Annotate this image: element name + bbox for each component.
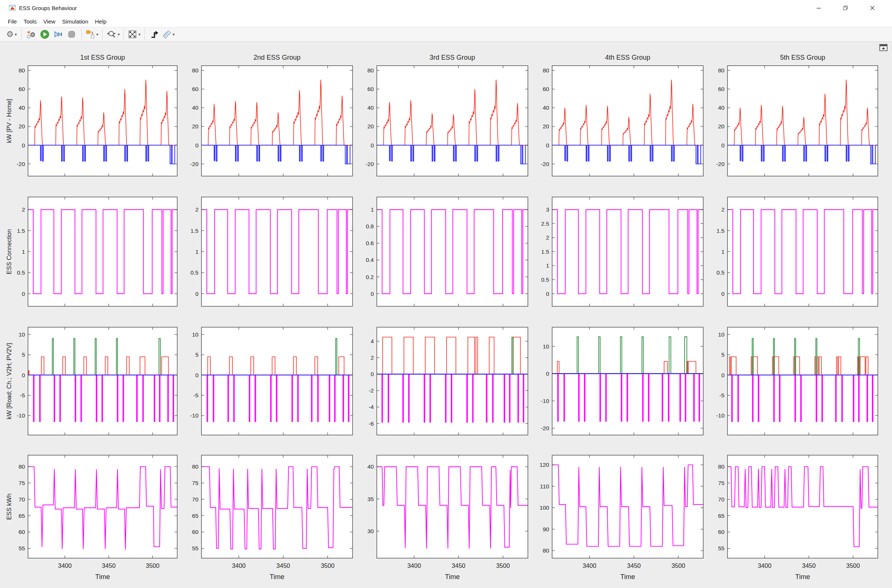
subplot-r2c2: 00.511.52 [178, 182, 353, 309]
subplot-grid: -200204060801st ESS GroupkW [PV - Home]-… [4, 45, 882, 584]
close-button[interactable] [864, 2, 881, 14]
svg-text:20: 20 [543, 123, 550, 129]
menu-item-view[interactable]: View [40, 17, 58, 26]
svg-text:0: 0 [195, 372, 198, 378]
subplot-r4c3: 303540340034503500Time [353, 439, 529, 584]
svg-text:0: 0 [721, 372, 724, 378]
svg-text:0: 0 [370, 291, 374, 297]
svg-text:0.5: 0.5 [541, 276, 549, 283]
svg-text:65: 65 [19, 513, 25, 519]
menu-item-simulation[interactable]: Simulation [58, 17, 91, 26]
svg-text:80: 80 [367, 67, 374, 74]
subplot-r3c2: -10-50510 [178, 309, 353, 439]
step-forward-icon [53, 30, 63, 39]
toolbar-measurements-button[interactable]: ▾ [161, 28, 176, 40]
toolbar-fit-to-view-button[interactable]: ▾ [127, 28, 141, 40]
svg-text:20: 20 [367, 123, 374, 129]
svg-text:110: 110 [540, 483, 549, 489]
toolbar-settings-gear-button[interactable]: ⚙▾ [5, 28, 18, 40]
subplot-title: 3rd ESS Group [429, 54, 475, 61]
svg-text:0.5: 0.5 [190, 269, 198, 276]
svg-text:-20: -20 [190, 161, 199, 167]
toolbar-run-button[interactable] [38, 28, 51, 40]
svg-text:4: 4 [370, 338, 374, 344]
svg-text:-20: -20 [541, 425, 550, 431]
dropdown-caret-icon[interactable]: ▾ [118, 32, 120, 37]
toolbar-zoom-button[interactable]: ▾ [106, 28, 121, 40]
toolbar-trigger-button[interactable] [148, 28, 161, 40]
svg-text:0: 0 [195, 142, 198, 148]
svg-text:60: 60 [19, 529, 25, 535]
dropdown-caret-icon[interactable]: ▾ [96, 32, 99, 37]
run-icon [40, 30, 49, 39]
fit-to-view-icon [127, 30, 137, 39]
x-axis-label: Time [795, 573, 810, 580]
svg-text:10: 10 [543, 343, 550, 350]
svg-text:75: 75 [192, 480, 198, 486]
subplot-r4c4: 8090100110120340034503500Time [529, 439, 704, 584]
svg-text:90: 90 [543, 526, 550, 532]
subplot-title: 1st ESS Group [80, 54, 125, 61]
svg-text:3450: 3450 [627, 562, 641, 569]
svg-text:80: 80 [543, 548, 550, 554]
subplot-r2c3: 00.20.40.60.81 [353, 182, 529, 309]
svg-text:0: 0 [22, 372, 25, 378]
subplot-r2c4: 00.511.522.53 [529, 182, 704, 309]
toolbar-highlight-simulink-block-button[interactable]: ▾ [85, 28, 99, 40]
svg-text:-10: -10 [190, 412, 199, 418]
toolbar-separator [81, 28, 82, 40]
toolbar-step-back-button[interactable]: ⚙ [25, 28, 38, 40]
zoom-icon [106, 30, 117, 39]
y-axis-label: kW [Road; Ch.; V2H; PV2V] [6, 343, 12, 419]
svg-text:3400: 3400 [408, 562, 421, 569]
x-axis-label: Time [95, 573, 110, 580]
dropdown-caret-icon[interactable]: ▾ [15, 32, 17, 37]
dropdown-caret-icon[interactable]: ▾ [138, 32, 141, 37]
subplot-r1c3: -200204060803rd ESS Group [353, 45, 529, 182]
step-back-icon: ⚙ [26, 30, 37, 39]
subplot-r1c4: -200204060804th ESS Group [529, 45, 704, 182]
svg-text:1: 1 [195, 249, 198, 255]
svg-text:20: 20 [192, 123, 199, 129]
svg-text:0: 0 [22, 142, 25, 148]
svg-text:3400: 3400 [58, 562, 72, 569]
x-axis-label: Time [621, 573, 635, 580]
y-axis-label: kW [PV - Home] [6, 99, 12, 143]
restore-button[interactable] [837, 2, 854, 14]
svg-text:⚙: ⚙ [30, 32, 36, 38]
subplot-r3c4: -20-10010 [529, 309, 704, 439]
svg-text:1.5: 1.5 [716, 228, 724, 234]
toolbar-group-1: ⚙▾ [3, 27, 20, 41]
svg-text:5: 5 [721, 351, 724, 358]
svg-text:80: 80 [19, 464, 25, 470]
svg-text:60: 60 [19, 86, 25, 92]
y-axis-label: ESS Connection [6, 229, 12, 274]
toolbar-step-forward-button[interactable] [51, 28, 65, 40]
menu-item-help[interactable]: Help [92, 17, 110, 26]
svg-text:2.5: 2.5 [541, 220, 549, 227]
svg-text:3450: 3450 [452, 562, 466, 569]
svg-text:3400: 3400 [232, 562, 246, 569]
svg-text:60: 60 [367, 86, 374, 92]
menu-item-file[interactable]: File [4, 17, 20, 26]
svg-text:2: 2 [546, 234, 549, 241]
toolbar-group-5: ▾ [125, 27, 143, 41]
svg-text:70: 70 [718, 496, 725, 502]
svg-text:0.4: 0.4 [366, 257, 374, 263]
minimize-button[interactable] [810, 2, 827, 14]
menu-item-tools[interactable]: Tools [20, 17, 40, 26]
svg-text:3500: 3500 [672, 562, 685, 569]
svg-text:80: 80 [192, 67, 199, 74]
subplot-r1c1: -200204060801st ESS GroupkW [PV - Home] [4, 45, 178, 182]
svg-text:70: 70 [19, 496, 25, 502]
subplot-r4c2: 556065707580340034503500Time [178, 439, 353, 584]
svg-text:1: 1 [546, 262, 549, 268]
svg-text:3450: 3450 [102, 562, 115, 569]
svg-text:0.8: 0.8 [366, 223, 374, 230]
svg-text:1: 1 [370, 206, 374, 213]
dropdown-caret-icon[interactable]: ▾ [173, 32, 175, 37]
svg-text:0.5: 0.5 [716, 269, 724, 276]
toolbar-stop-button[interactable] [65, 28, 78, 40]
svg-text:35: 35 [367, 496, 374, 502]
svg-text:5: 5 [22, 351, 25, 358]
